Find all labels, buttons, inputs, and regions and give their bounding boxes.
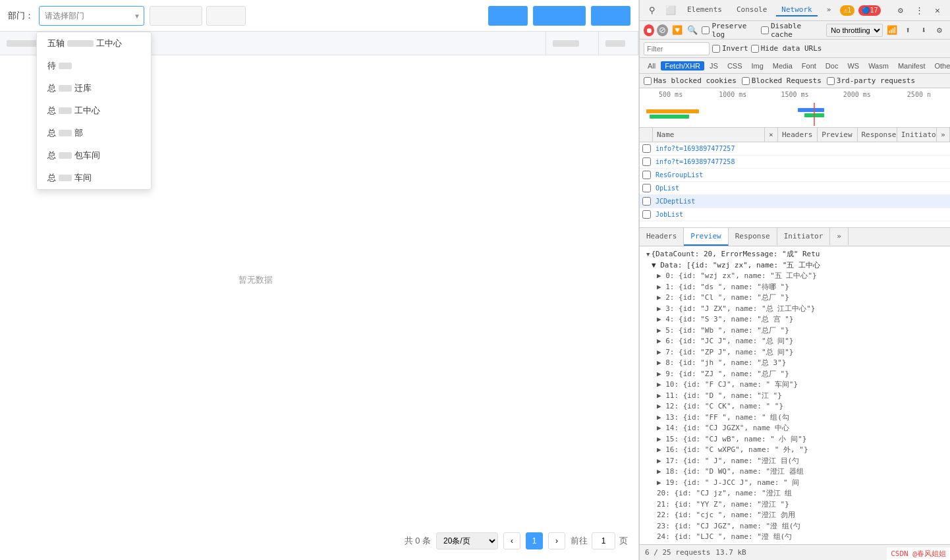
req-3-checkbox[interactable] [642,184,651,192]
col-header-3 [105,32,546,55]
throttle-select[interactable]: No throttling Fast 3G Slow 3G [826,24,883,37]
req-1-checkbox[interactable] [642,157,651,166]
dropdown-item-6[interactable]: 总 车间 [37,167,151,189]
type-btn-css[interactable]: CSS [723,61,746,70]
type-btn-font[interactable]: Font [798,61,820,70]
next-page-button[interactable]: › [548,532,565,549]
timeline-bar-orange [646,109,699,113]
req-col-response[interactable]: Response [858,128,897,142]
req-0-checkbox[interactable] [642,144,651,153]
hide-data-urls-checkbox[interactable] [751,45,759,53]
detail-tab-headers[interactable]: Headers [640,228,684,246]
settings2-icon[interactable]: ⚙ [933,23,946,38]
req-item-0[interactable]: info?t=1693897477257 [640,142,950,155]
req-item-5[interactable]: JobList [640,208,950,221]
devtools-device-icon[interactable]: ⬜ [663,3,678,18]
type-btn-doc[interactable]: Doc [822,61,843,70]
dropdown-item-1[interactable]: 待 [37,55,151,77]
json-preview[interactable]: ▼{DataCount: 20, ErrorMessage: "成" Retu … [640,246,950,544]
json-data-array: ▼ Data: [{id: "wzj zx", name: "五 工中心 [644,260,946,271]
export-icon[interactable]: ⬇ [917,23,930,38]
tab-more[interactable]: » [822,4,837,16]
search-icon[interactable]: 🔍 [686,23,699,38]
third-party-label[interactable]: 3rd-party requests [827,76,915,85]
detail-tab-response[interactable]: Response [729,228,777,246]
dept-select-input[interactable] [39,6,144,26]
clear-button[interactable]: ⊘ [657,24,667,36]
dropdown-item-5[interactable]: 总 包车间 [37,144,151,167]
page-size-select[interactable]: 20条/页 50条/页 100条/页 [436,532,498,549]
main-area: 部门： ▼ 五轴 [0,0,639,560]
tab-network[interactable]: Network [776,4,817,16]
json-item-15: ▶ 15: {id: "CJ wB", name: " 小 间"} [644,434,946,445]
type-btn-wasm[interactable]: Wasm [864,61,893,70]
third-party-checkbox[interactable] [827,77,835,85]
filter-input[interactable] [644,42,710,55]
page-jump-input[interactable] [592,532,615,549]
filter-icon[interactable]: 🔽 [671,23,684,38]
has-blocked-label[interactable]: Has blocked cookies [644,76,737,85]
type-btn-fetchxhr[interactable]: Fetch/XHR [661,61,704,70]
devtools-close-icon[interactable]: ✕ [930,3,945,18]
blocked-requests-label[interactable]: Blocked Requests [742,76,822,85]
devtools-more-icon[interactable]: ⋮ [912,3,926,18]
dropdown-item-0[interactable]: 五轴 工中心 [37,32,151,55]
toolbar-input-2[interactable] [206,6,246,26]
col-header-4 [546,32,599,55]
type-btn-other[interactable]: Other [930,61,950,70]
search-button[interactable] [488,6,528,26]
dropdown-item-3[interactable]: 总 工中心 [37,99,151,122]
req-col-more[interactable]: » [937,128,950,142]
req-col-close[interactable]: × [765,128,778,142]
json-item-16: ▶ 16: {id: "C wXPG", name: " 外, "} [644,445,946,456]
detail-tab-initiator[interactable]: Initiator [777,228,831,246]
tab-elements[interactable]: Elements [682,4,727,16]
preserve-log-checkbox[interactable] [702,26,710,34]
req-col-preview[interactable]: Preview [818,128,857,142]
detail-tab-more[interactable]: » [830,228,849,246]
devtools-cursor-icon[interactable]: ⚲ [645,3,659,18]
preserve-log-label[interactable]: Preserve log [702,22,758,39]
type-btn-media[interactable]: Media [769,61,796,70]
type-btn-img[interactable]: Img [748,61,768,70]
status-size: 13.7 kB [715,548,746,557]
type-btn-js[interactable]: JS [706,61,722,70]
toolbar-input-1[interactable] [150,6,202,26]
type-btn-all[interactable]: All [644,61,659,70]
disable-cache-checkbox[interactable] [761,26,769,34]
detail-tab-preview[interactable]: Preview [684,228,728,246]
prev-page-button[interactable]: ‹ [503,532,520,549]
page-1-button[interactable]: 1 [526,532,543,549]
dropdown-item-4[interactable]: 总 部 [37,122,151,144]
req-col-headers[interactable]: Headers [778,128,818,142]
tab-console[interactable]: Console [731,4,772,16]
timeline-label-2: 1500 ms [764,91,825,98]
wifi-icon[interactable]: 📶 [885,23,899,38]
import-icon[interactable]: ⬆ [901,23,914,38]
blocked-requests-checkbox[interactable] [742,77,750,85]
req-item-4[interactable]: JCDeptList [640,195,950,208]
req-5-checkbox[interactable] [642,210,651,219]
invert-checkbox[interactable] [712,45,720,53]
req-2-checkbox[interactable] [642,171,651,179]
req-4-checkbox[interactable] [642,197,651,206]
invert-label[interactable]: Invert [712,44,748,53]
type-btn-manifest[interactable]: Manifest [894,61,930,70]
dept-select[interactable]: ▼ [39,6,144,26]
devtools-settings-icon[interactable]: ⚙ [893,3,908,18]
json-item-0: ▶ 0: {id: "wzj zx", name: "五 工中心"} [644,271,946,282]
type-btn-ws[interactable]: WS [843,61,863,70]
req-item-2[interactable]: ResGroupList [640,169,950,182]
req-item-3[interactable]: OpList [640,182,950,195]
request-list[interactable]: info?t=1693897477257 info?t=169389747725… [640,142,950,228]
record-button[interactable]: ⏺ [644,24,654,36]
hide-data-urls-label[interactable]: Hide data URLs [751,44,822,53]
action-button-2[interactable] [591,6,630,26]
has-blocked-checkbox[interactable] [644,77,652,85]
disable-cache-label[interactable]: Disable cache [761,22,821,39]
req-item-1[interactable]: info?t=1693897477258 [640,155,950,169]
req-col-initiator[interactable]: Initiator [897,128,937,142]
page-label: 页 [619,535,628,547]
dropdown-item-2[interactable]: 总 迁库 [37,77,151,99]
action-button-1[interactable] [533,6,586,26]
